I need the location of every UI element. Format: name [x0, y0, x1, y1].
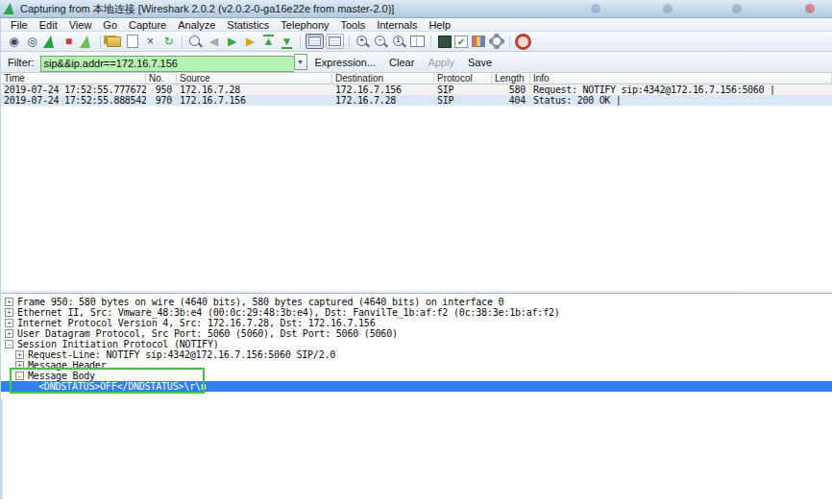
go-forward-icon[interactable]: ▶: [224, 34, 240, 50]
wireshark-window: Capturing from 本地连接 [Wireshark 2.0.2 (v2…: [0, 0, 832, 504]
find-packet-icon[interactable]: [187, 34, 204, 50]
packet-details-pane: + Frame 950: 580 bytes on wire (4640 bit…: [1, 294, 832, 399]
packet-rows: 2019-07-24 17:52:55.777672 950 172.16.7.…: [1, 84, 832, 106]
tree-expander-icon[interactable]: +: [15, 350, 24, 359]
separator: [349, 36, 350, 48]
detail-tree-row[interactable]: + Frame 950: 580 bytes on wire (4640 bit…: [1, 297, 832, 307]
filter-button[interactable]: Clear: [389, 57, 414, 68]
preferences-icon[interactable]: [488, 34, 504, 50]
stop-capture-icon[interactable]: ■: [61, 34, 77, 50]
menu-item[interactable]: View: [63, 18, 98, 32]
column-header[interactable]: Source: [177, 73, 332, 84]
menu-item[interactable]: Help: [423, 18, 456, 32]
menu-bar: FileEditViewGoCaptureAnalyzeStatisticsTe…: [1, 18, 832, 32]
filter-button[interactable]: Expression...: [315, 57, 377, 68]
filter-dropdown-icon[interactable]: ▼: [294, 54, 307, 70]
packet-row[interactable]: 2019-07-24 17:52:55.888542 970 172.16.7.…: [1, 95, 832, 106]
zoom-in-icon[interactable]: [355, 34, 371, 50]
menu-item[interactable]: Internals: [371, 18, 423, 32]
tree-expander-icon[interactable]: +: [5, 329, 13, 338]
display-filter-input[interactable]: [40, 56, 294, 72]
go-to-top-icon[interactable]: ▲: [260, 34, 277, 50]
wireshark-logo-icon: [4, 2, 15, 15]
start-capture-icon[interactable]: [42, 34, 59, 50]
background-window-artifact: [805, 4, 815, 13]
window-title: Capturing from 本地连接 [Wireshark 2.0.2 (v2…: [20, 2, 394, 16]
tree-expander-icon[interactable]: -: [15, 372, 24, 380]
reload-icon[interactable]: ↻: [160, 34, 177, 50]
separator: [430, 36, 431, 48]
detail-tree-row[interactable]: + Request-Line: NOTIFY sip:4342@172.16.7…: [1, 349, 832, 360]
go-to-bottom-icon[interactable]: ▼: [279, 34, 295, 50]
zoom-out-icon[interactable]: [373, 34, 389, 50]
detail-tree-row[interactable]: - Message Body: [1, 371, 832, 381]
close-file-icon[interactable]: ×: [142, 34, 159, 50]
menu-item[interactable]: Capture: [123, 18, 172, 32]
filter-toolbar: Filter: ▼ Expression...ClearApplySave: [1, 52, 832, 73]
auto-scroll-icon[interactable]: [326, 34, 344, 49]
column-header[interactable]: Length: [492, 73, 530, 84]
go-to-packet-icon[interactable]: ▶: [242, 34, 258, 50]
tree-expander-icon[interactable]: +: [5, 319, 13, 327]
detail-tree-row[interactable]: + User Datagram Protocol, Src Port: 5060…: [1, 328, 832, 339]
tree-expander-icon[interactable]: +: [15, 361, 24, 370]
column-header[interactable]: No.: [146, 73, 177, 84]
separator: [509, 36, 510, 48]
menu-item[interactable]: Edit: [34, 18, 63, 32]
filter-button[interactable]: Apply: [428, 57, 454, 68]
help-icon[interactable]: [515, 34, 531, 50]
menu-item[interactable]: File: [5, 18, 34, 32]
title-bar[interactable]: Capturing from 本地连接 [Wireshark 2.0.2 (v2…: [0, 0, 832, 18]
filter-label: Filter:: [8, 57, 35, 68]
column-header[interactable]: Destination: [332, 73, 434, 84]
tree-expander-icon[interactable]: -: [5, 340, 13, 348]
background-window-artifact: [591, 4, 600, 13]
coloring-rules-icon[interactable]: [470, 34, 486, 50]
display-filters-icon[interactable]: ✓: [454, 36, 468, 48]
colorize-packet-list-icon[interactable]: [306, 34, 324, 49]
column-header[interactable]: Time: [1, 73, 146, 84]
packet-row[interactable]: 2019-07-24 17:52:55.777672 950 172.16.7.…: [1, 84, 832, 95]
zoom-100-icon[interactable]: [391, 34, 407, 50]
filter-button[interactable]: Save: [468, 57, 492, 68]
packet-list-header: TimeNo.SourceDestinationProtocolLengthIn…: [1, 73, 832, 84]
menu-item[interactable]: Go: [97, 18, 123, 32]
capture-filters-icon[interactable]: [436, 34, 453, 50]
detail-tree-row[interactable]: - Session Initiation Protocol (NOTIFY): [1, 339, 832, 349]
menu-item[interactable]: Analyze: [172, 18, 221, 32]
detail-tree-row[interactable]: + Internet Protocol Version 4, Src: 172.…: [1, 318, 832, 328]
tree-expander-icon[interactable]: +: [5, 308, 13, 317]
resize-columns-icon[interactable]: [409, 34, 426, 50]
tree-expander-icon[interactable]: +: [5, 298, 13, 306]
go-back-icon[interactable]: ◀: [206, 34, 222, 50]
packet-list-pane: TimeNo.SourceDestinationProtocolLengthIn…: [1, 73, 832, 291]
background-window-artifact: [732, 4, 742, 13]
column-header[interactable]: Info: [530, 73, 832, 84]
detail-tree-row[interactable]: + Ethernet II, Src: Vmware_48:3b:e4 (00:…: [1, 307, 832, 318]
menu-item[interactable]: Statistics: [221, 18, 275, 32]
save-file-icon[interactable]: [124, 34, 140, 50]
restart-capture-icon[interactable]: [79, 34, 95, 50]
main-toolbar: ◉◎■×↻◀▶▶▲▼✓: [1, 32, 832, 52]
interface-list-icon[interactable]: ◉: [6, 34, 22, 50]
detail-tree-row[interactable]: + Message Header: [1, 360, 832, 371]
background-window-artifact: [663, 4, 673, 13]
capture-options-icon[interactable]: ◎: [24, 34, 40, 50]
open-file-icon[interactable]: [106, 34, 122, 50]
column-header[interactable]: Protocol: [434, 73, 492, 84]
menu-item[interactable]: Telephony: [275, 18, 334, 32]
menu-item[interactable]: Tools: [335, 18, 372, 32]
detail-tree-row[interactable]: <DNDSTATUS>OFF</DNDSTATUS>\r\n: [1, 381, 832, 392]
separator: [182, 36, 183, 48]
separator: [300, 36, 301, 48]
separator: [100, 36, 101, 48]
